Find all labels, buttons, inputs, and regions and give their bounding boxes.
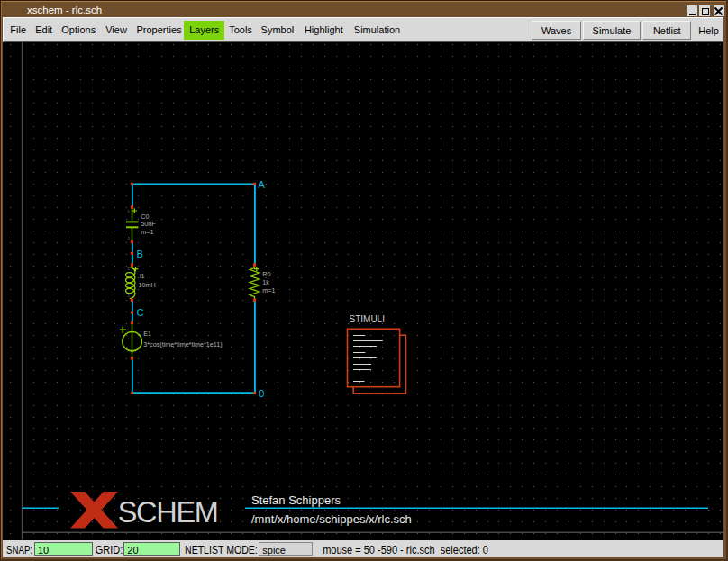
svg-text:1: 1 [128, 209, 131, 213]
svg-text:Stefan Schippers: Stefan Schippers [251, 493, 341, 507]
svg-text:3*cos(time*time*time*1e11): 3*cos(time*time*time*1e11) [143, 340, 222, 348]
svg-text:10mH: 10mH [139, 281, 156, 289]
svg-text:m=1: m=1 [262, 286, 275, 294]
svg-text:1k: 1k [262, 278, 269, 286]
svg-text:R0: R0 [262, 270, 270, 278]
svg-text:m=1: m=1 [141, 228, 153, 236]
svg-text:STIMULI: STIMULI [350, 314, 385, 324]
svg-text:C: C [137, 307, 144, 318]
svg-text:A: A [259, 179, 266, 190]
svg-text:B: B [137, 249, 143, 259]
svg-text:2: 2 [128, 294, 131, 298]
svg-text:2: 2 [128, 236, 131, 240]
svg-text:/mnt/x/home/schippes/x/rlc.sch: /mnt/x/home/schippes/x/rlc.sch [251, 512, 412, 526]
svg-text:SCHEM: SCHEM [118, 496, 218, 529]
svg-text:E1: E1 [143, 330, 151, 338]
svg-text:l1: l1 [140, 272, 145, 280]
svg-text:0: 0 [259, 388, 264, 399]
